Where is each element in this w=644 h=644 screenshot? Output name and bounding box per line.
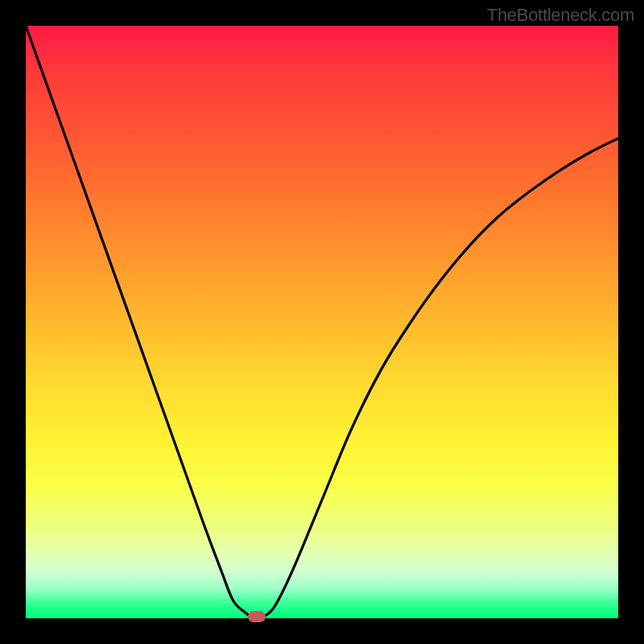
minimum-marker [248,611,266,622]
bottleneck-curve [26,26,618,618]
watermark-text: TheBottleneck.com [487,5,634,26]
chart-frame: TheBottleneck.com [0,0,644,644]
plot-area [26,26,618,618]
curve-svg [26,26,618,618]
